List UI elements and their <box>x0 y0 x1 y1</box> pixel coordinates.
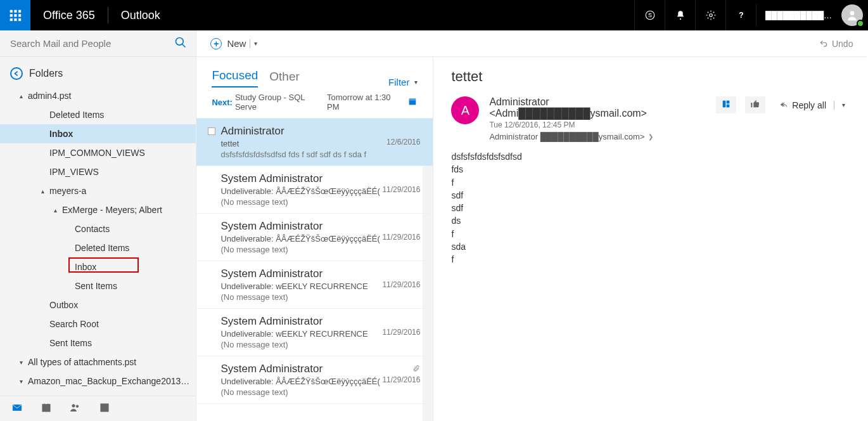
message-subject: tettet <box>451 68 850 85</box>
message-preview: (No message text) <box>220 387 385 397</box>
search-icon[interactable] <box>174 36 187 51</box>
message-date: 12/6/2016 <box>386 138 420 146</box>
like-icon[interactable] <box>745 96 765 113</box>
up-next-row[interactable]: Next: Study Group - SQL Serve Tomorrow a… <box>196 87 433 119</box>
folder-node[interactable]: Inbox <box>0 124 196 143</box>
folder-label: Deleted Items <box>75 243 129 253</box>
folder-node[interactable]: Deleted Items <box>0 238 196 257</box>
svg-rect-28 <box>727 101 730 104</box>
chevron-down-icon: ▾ <box>414 79 418 86</box>
caret-icon[interactable]: ▴ <box>52 207 58 214</box>
svg-point-23 <box>76 405 79 408</box>
message-date: 11/29/2016 <box>382 185 420 194</box>
message-from: System Administrator <box>220 172 418 185</box>
caret-icon[interactable]: ▴ <box>39 188 46 195</box>
undo-label: Undo <box>832 39 853 49</box>
recipient-line[interactable]: Administrator ██████████ysmail.com> ❯ <box>489 132 706 141</box>
message-item[interactable]: System AdministratorUndeliverable: ÅÂÆÉŽ… <box>196 166 433 214</box>
folder-label: Outbox <box>49 300 78 310</box>
svg-line-16 <box>182 44 186 48</box>
message-item[interactable]: Administratortettetdsfsfsfdsfdsfsdfsd fd… <box>196 119 433 166</box>
sent-date: Tue 12/6/2016, 12:45 PM <box>489 120 706 129</box>
reading-pane: tettet A Administrator <Admi██████████ys… <box>433 57 868 421</box>
folders-title: Folders <box>29 68 63 79</box>
mail-icon[interactable] <box>11 402 23 415</box>
svg-rect-7 <box>14 18 16 21</box>
chevron-down-icon[interactable]: ▾ <box>254 40 257 47</box>
folders-header[interactable]: Folders <box>0 57 196 86</box>
folder-node[interactable]: IPM_COMMON_VIEWS <box>0 143 196 162</box>
message-date: 11/29/2016 <box>382 328 420 337</box>
folder-node[interactable]: ▾All types of attachments.pst <box>0 353 196 372</box>
new-label: New <box>227 38 246 49</box>
tab-other[interactable]: Other <box>269 70 300 87</box>
calendar-icon <box>407 96 418 108</box>
gear-icon[interactable] <box>695 0 725 30</box>
calendar-icon[interactable] <box>41 402 52 415</box>
chevron-expand-icon[interactable]: ❯ <box>648 133 653 140</box>
message-preview: (No message text) <box>220 197 385 207</box>
next-text: Study Group - SQL Serve <box>235 93 327 112</box>
folder-node[interactable]: ▴ExMerge - Meyers; Albert <box>0 200 196 219</box>
user-menu[interactable]: ████████████a <box>756 4 868 26</box>
reply-all-button[interactable]: Reply all ▾ <box>774 98 850 113</box>
back-arrow-icon[interactable] <box>10 67 23 80</box>
folder-label: Amazon_mac_Backup_Exchange2013… <box>28 376 189 386</box>
undo-button[interactable]: Undo <box>819 39 853 49</box>
caret-icon[interactable]: ▾ <box>18 378 24 385</box>
divider <box>250 39 250 48</box>
people-icon[interactable] <box>70 402 81 415</box>
folder-label: Deleted Items <box>49 110 104 120</box>
message-preview: (No message text) <box>220 340 385 349</box>
chevron-down-icon[interactable]: ▾ <box>842 101 845 108</box>
brand-outlook[interactable]: Outlook <box>108 9 173 22</box>
folder-node[interactable]: Sent Items <box>0 276 196 295</box>
filter-button[interactable]: Filter▾ <box>388 77 418 87</box>
svg-point-12 <box>709 14 712 17</box>
folder-node[interactable]: Deleted Items <box>0 105 196 124</box>
tab-focused[interactable]: Focused <box>212 68 258 87</box>
folder-node[interactable]: Inbox <box>0 257 196 276</box>
folder-node[interactable]: ▾Amazon_mac_Backup_Exchange2013… <box>0 372 196 391</box>
svg-rect-27 <box>723 101 726 108</box>
folder-label: ExMerge - Meyers; Albert <box>62 205 162 215</box>
message-item[interactable]: System AdministratorUndeliverable: wEEKL… <box>196 261 433 309</box>
message-from: System Administrator <box>220 220 418 233</box>
svg-text:S: S <box>648 12 651 18</box>
message-from: System Administrator <box>220 315 418 328</box>
folder-node[interactable]: Search Root <box>0 314 196 334</box>
folder-label: Sent Items <box>75 281 117 291</box>
search-input[interactable] <box>9 37 174 49</box>
brand-office365[interactable]: Office 365 <box>30 9 108 22</box>
message-item[interactable]: System AdministratorUndeliverable: ÅÂÆÉŽ… <box>196 356 433 404</box>
tasks-icon[interactable] <box>99 402 110 415</box>
bell-icon[interactable] <box>665 0 695 30</box>
message-from: Administrator <box>220 125 418 138</box>
folder-tree: ▴admin4.pstDeleted ItemsInboxIPM_COMMON_… <box>0 86 196 396</box>
svg-rect-5 <box>18 14 21 16</box>
caret-icon[interactable]: ▴ <box>18 93 24 100</box>
folder-label: IPM_COMMON_VIEWS <box>49 148 145 158</box>
svg-text:?: ? <box>739 11 743 20</box>
message-item[interactable]: System AdministratorUndeliverable: wEEKL… <box>196 309 433 356</box>
caret-icon[interactable]: ▾ <box>18 359 24 366</box>
folder-node[interactable]: Contacts <box>0 219 196 238</box>
presence-indicator <box>857 20 864 27</box>
message-checkbox[interactable] <box>208 127 215 135</box>
message-actions: Reply all ▾ <box>716 96 850 113</box>
addin-icon[interactable] <box>716 96 736 113</box>
folder-node[interactable]: ▴admin4.pst <box>0 86 196 105</box>
message-item[interactable]: System AdministratorUndeliverable: ÅÂÆÉŽ… <box>196 214 433 261</box>
app-launcher-icon[interactable] <box>0 0 30 30</box>
folder-label: IPM_VIEWS <box>49 167 99 177</box>
message-list[interactable]: Administratortettetdsfsfsfdsfdsfsdfsd fd… <box>196 119 433 421</box>
folder-node[interactable]: IPM_VIEWS <box>0 162 196 181</box>
folder-label: admin4.pst <box>28 91 71 101</box>
folder-node[interactable]: ▴meyers-a <box>0 181 196 200</box>
folder-node[interactable]: Outbox <box>0 295 196 314</box>
avatar-icon[interactable] <box>841 4 863 26</box>
help-icon[interactable]: ? <box>725 0 756 30</box>
skype-icon[interactable]: S <box>634 0 665 30</box>
folder-node[interactable]: Sent Items <box>0 334 196 353</box>
new-button[interactable]: + New ▾ <box>210 38 257 49</box>
